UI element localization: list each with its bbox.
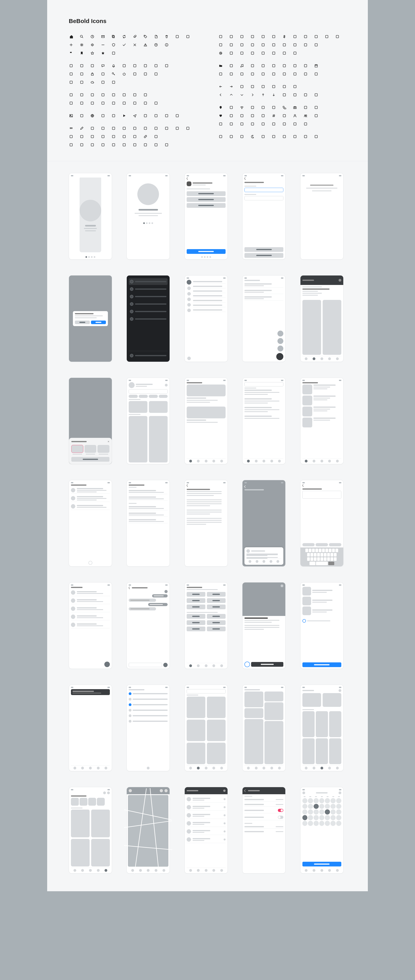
- fab-item[interactable]: [277, 338, 284, 344]
- fab-item[interactable]: [277, 345, 284, 352]
- info-icon: [164, 43, 169, 47]
- svg-rect-83: [123, 144, 125, 146]
- moon-icon: [250, 134, 255, 139]
- phone-icon: [282, 105, 287, 110]
- svg-rect-141: [283, 85, 286, 88]
- coffee-icon: [239, 113, 244, 118]
- svg-rect-155: [304, 106, 307, 109]
- frown-icon: [164, 113, 169, 118]
- semicircle-icon: [239, 134, 244, 139]
- wireframe-profile-gallery: [69, 787, 112, 873]
- layout-2-icon: [79, 101, 84, 105]
- checkout-button[interactable]: [303, 662, 341, 667]
- text-input[interactable]: [303, 491, 341, 499]
- svg-rect-146: [315, 94, 318, 96]
- attach-icon: [154, 134, 158, 139]
- shuffle-icon: [282, 84, 287, 89]
- svg-rect-96: [315, 35, 318, 38]
- svg-rect-45: [112, 102, 115, 105]
- wireframe-comments: [69, 480, 112, 566]
- dollar-icon: [282, 34, 287, 39]
- confirm-button[interactable]: [91, 321, 106, 324]
- mail-icon: [101, 34, 105, 39]
- back-icon[interactable]: [187, 178, 189, 180]
- rewind-icon: [271, 64, 276, 68]
- search-input[interactable]: [129, 389, 168, 394]
- svg-rect-6: [176, 35, 179, 38]
- message-input[interactable]: [129, 663, 162, 667]
- svg-rect-110: [230, 52, 233, 54]
- svg-rect-62: [112, 127, 115, 130]
- svg-rect-127: [220, 73, 222, 75]
- heart-icon: [218, 113, 223, 118]
- inbox-icon: [101, 113, 105, 118]
- back-icon[interactable]: [244, 178, 247, 180]
- svg-rect-101: [241, 44, 243, 46]
- svg-rect-130: [251, 73, 254, 75]
- svg-rect-60: [91, 127, 94, 130]
- play2-icon: [282, 64, 287, 68]
- receipt-icon: [261, 34, 266, 39]
- sidebar-l-icon: [218, 43, 223, 47]
- plus-icon: [69, 43, 73, 47]
- submit-button[interactable]: [187, 249, 226, 254]
- bold-icon: [132, 126, 137, 130]
- svg-rect-170: [262, 123, 265, 126]
- svg-rect-48: [144, 102, 147, 105]
- add-button[interactable]: [251, 662, 284, 667]
- svg-rect-61: [102, 127, 105, 130]
- svg-rect-44: [102, 102, 105, 105]
- tv-icon: [154, 72, 158, 76]
- rotate-icon: [122, 143, 127, 147]
- toggle2-icon: [314, 34, 318, 39]
- svg-rect-73: [102, 135, 105, 138]
- heart-outline-icon: [229, 113, 234, 118]
- svg-rect-43: [91, 102, 94, 105]
- wireframe-signup-social: [185, 173, 228, 259]
- svg-rect-156: [315, 106, 318, 109]
- input-field[interactable]: [244, 196, 284, 200]
- calendar-grid[interactable]: [303, 798, 341, 826]
- wireframe-button-grid: [185, 582, 228, 669]
- send-button[interactable]: [163, 663, 168, 667]
- moon2-icon: [239, 51, 244, 56]
- search-icon: [79, 34, 84, 39]
- wireframe-grid: ✕: [69, 173, 346, 873]
- map-view[interactable]: [128, 795, 168, 867]
- svg-rect-32: [112, 81, 115, 84]
- apple-icon: [261, 122, 266, 126]
- bag-icon: [69, 80, 73, 84]
- fab-main[interactable]: [276, 353, 284, 360]
- disc-icon: [261, 72, 266, 76]
- svg-rect-15: [91, 65, 94, 67]
- svg-point-119: [242, 66, 243, 67]
- star-outline-icon: [90, 51, 95, 56]
- folder-x-icon: [271, 72, 276, 76]
- keyboard[interactable]: [301, 547, 343, 566]
- toggle[interactable]: [278, 816, 284, 819]
- minimize-icon: [69, 143, 73, 147]
- text-size-icon: [101, 126, 105, 130]
- back-icon[interactable]: [303, 485, 305, 487]
- icon-button[interactable]: [244, 662, 250, 667]
- search-input[interactable]: [187, 689, 226, 694]
- svg-rect-40: [144, 94, 147, 96]
- svg-rect-30: [81, 81, 83, 84]
- svg-rect-116: [294, 52, 296, 54]
- speaker-icon: [250, 64, 255, 68]
- back-icon[interactable]: [187, 485, 189, 487]
- svg-rect-70: [70, 135, 73, 138]
- hourglass-icon: [218, 134, 223, 139]
- input-field[interactable]: [244, 188, 284, 192]
- svg-rect-112: [251, 52, 254, 54]
- undo-icon: [282, 92, 287, 97]
- search-input[interactable]: [244, 382, 284, 387]
- save-icon: [185, 34, 190, 39]
- fab-button[interactable]: [105, 662, 110, 667]
- grid-dots-icon: [69, 92, 73, 97]
- type-icon: [293, 43, 297, 47]
- save-button[interactable]: [303, 862, 341, 867]
- toggle[interactable]: [278, 809, 284, 812]
- pen-icon: [79, 126, 84, 130]
- fab-item[interactable]: [277, 331, 284, 337]
